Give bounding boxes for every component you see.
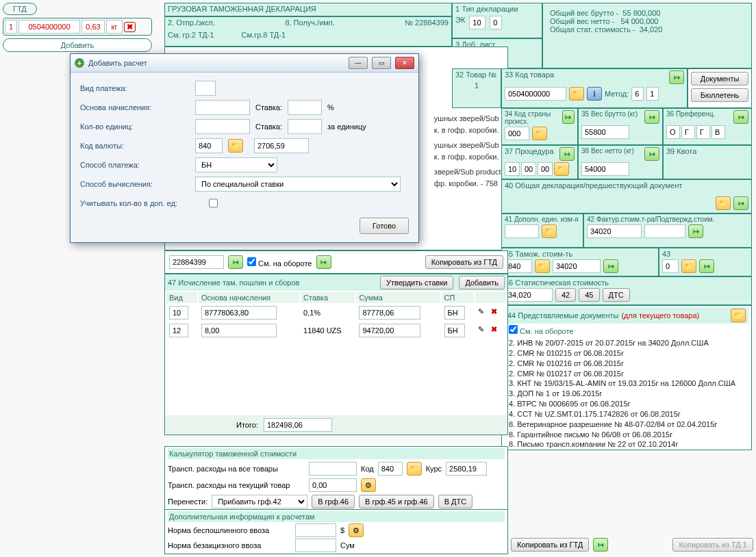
row-osn[interactable] — [201, 324, 277, 337]
b41-folder-icon[interactable]: 📁 — [542, 224, 557, 238]
bot-arrow-icon[interactable]: ↦ — [593, 538, 608, 552]
b34-v[interactable] — [505, 127, 529, 140]
b34-arrow-icon[interactable]: ↦ — [562, 110, 575, 124]
dlg-paymethod[interactable]: БН — [195, 157, 277, 172]
b40-arrow-icon[interactable]: ↦ — [733, 196, 748, 210]
b41-v[interactable] — [505, 224, 539, 238]
b36-v1[interactable] — [666, 125, 680, 139]
bot-copy-td1[interactable]: Копировать из ТД 1 — [672, 538, 753, 552]
dialog-titlebar[interactable]: + Добавить расчет — ▭ ✕ — [71, 54, 418, 73]
minimize-button[interactable]: — — [349, 57, 368, 69]
maximize-button[interactable]: ▭ — [372, 57, 391, 69]
b33-m1[interactable] — [631, 87, 644, 101]
row-sum[interactable] — [359, 306, 420, 320]
b33-info-icon[interactable]: ℹ — [587, 87, 602, 101]
dlg-rate-val[interactable] — [254, 138, 309, 153]
row-vid[interactable] — [169, 306, 188, 320]
dlg-folder-icon[interactable]: 📁 — [228, 139, 243, 153]
b43-folder-icon[interactable]: 📁 — [681, 259, 696, 273]
b44-oborot[interactable]: См. на обороте — [509, 327, 574, 335]
b33-m2[interactable] — [646, 87, 659, 101]
b42-arrow-icon[interactable]: ↦ — [688, 224, 703, 238]
dlg-rate1[interactable] — [288, 100, 322, 115]
b33-code[interactable] — [505, 87, 566, 101]
gtd-unit[interactable] — [106, 20, 123, 34]
b46-btn-dts[interactable]: ДТС — [603, 288, 630, 302]
b37-v1[interactable] — [505, 162, 520, 176]
dlg-rate2[interactable] — [288, 119, 322, 134]
dlg-dopcheck[interactable] — [209, 196, 218, 211]
calc-kod[interactable] — [378, 462, 403, 476]
gtd-tab[interactable]: ГТД — [3, 3, 37, 15]
row-vid[interactable] — [169, 324, 188, 337]
b46-btn42[interactable]: 42 — [555, 288, 576, 302]
gtd-rate[interactable] — [81, 20, 105, 34]
dlg-qty[interactable] — [195, 119, 250, 134]
b42-v2[interactable] — [644, 224, 685, 238]
mid-arrow2-icon[interactable]: ↦ — [316, 255, 331, 269]
row-sum[interactable] — [359, 324, 420, 337]
b45-folder-icon[interactable]: 📁 — [535, 259, 550, 273]
dlg-done-button[interactable]: Готово — [360, 218, 409, 234]
dlg-calcmethod[interactable]: По специальной ставки — [195, 177, 401, 192]
calc-b1[interactable]: В грф.46 — [312, 495, 355, 508]
s47-add-button[interactable]: Добавить — [459, 276, 505, 289]
dop-r2-input[interactable] — [295, 539, 336, 552]
b45-v2[interactable] — [553, 259, 601, 273]
b35-arrow-icon[interactable]: ↦ — [644, 110, 659, 124]
b1-v2[interactable] — [469, 16, 486, 29]
documents-button[interactable]: Документы — [691, 72, 748, 86]
delete-icon[interactable]: ✖ — [491, 307, 497, 315]
gtd-code[interactable] — [18, 20, 80, 34]
b40-folder-icon[interactable]: 📁 — [716, 196, 731, 210]
b35-v[interactable] — [581, 125, 629, 139]
dop-tool-icon[interactable]: ⚙ — [349, 523, 364, 537]
b38-v[interactable] — [581, 162, 629, 176]
calc-all-input[interactable] — [309, 462, 357, 476]
b45-arrow-icon[interactable]: ↦ — [603, 259, 618, 273]
edit-icon[interactable]: ✎ — [478, 307, 489, 318]
b44-folder-icon[interactable]: 📁 — [731, 309, 746, 322]
calc-b3[interactable]: В ДТС — [438, 495, 473, 508]
b1-v3[interactable] — [490, 16, 502, 29]
calc-tool-icon[interactable]: ⚙ — [361, 478, 376, 492]
b37-folder-icon[interactable]: 📁 — [554, 162, 569, 176]
b46-v[interactable] — [505, 288, 553, 302]
calc-folder-icon[interactable]: 📁 — [407, 462, 422, 476]
row-sp[interactable] — [444, 324, 465, 337]
dlg-base[interactable] — [195, 100, 250, 115]
b36-arrow-icon[interactable]: ↦ — [733, 110, 748, 124]
b46-btn45[interactable]: 45 — [579, 288, 599, 302]
b36-v2[interactable] — [681, 125, 695, 139]
bulletin-button[interactable]: Бюллетень — [691, 88, 748, 102]
dop-r1-input[interactable] — [295, 523, 336, 537]
s47-itogo[interactable] — [264, 418, 332, 432]
b37-arrow-icon[interactable]: ↦ — [559, 147, 575, 161]
dlg-paytype[interactable] — [195, 81, 216, 96]
calc-b2[interactable]: В грф.45 и грф.46 — [359, 495, 434, 508]
calc-cur-input[interactable] — [309, 478, 357, 492]
row-osn[interactable] — [201, 306, 277, 320]
gtd-add-button[interactable]: Добавить — [3, 38, 152, 52]
edit-icon[interactable]: ✎ — [478, 325, 489, 336]
dlg-currency[interactable] — [195, 138, 223, 153]
b44-oborot-check[interactable] — [509, 325, 518, 334]
b34-folder-icon[interactable]: 📁 — [532, 127, 547, 140]
b36-v4[interactable] — [711, 125, 725, 139]
mid-copy-button[interactable]: Копировать из ГТД — [425, 255, 503, 269]
b37-v3[interactable] — [538, 162, 553, 176]
b42-v[interactable] — [587, 224, 642, 238]
mid-arrow-icon[interactable]: ↦ — [228, 255, 243, 269]
b43-v[interactable] — [662, 259, 679, 273]
gtd-delete-icon[interactable]: ✖ — [124, 22, 136, 32]
calc-kurs[interactable] — [446, 462, 487, 476]
mid-oborot-check[interactable] — [247, 257, 256, 266]
b37-v2[interactable] — [521, 162, 536, 176]
calc-per-select[interactable]: Прибавить грф.42 — [212, 495, 307, 508]
mid-oborot[interactable]: См. на обороте — [247, 257, 312, 268]
b38-arrow-icon[interactable]: ↦ — [644, 147, 659, 161]
b36-v3[interactable] — [696, 125, 710, 139]
bot-copy-gtd[interactable]: Копировать из ГТД — [511, 538, 589, 552]
s47-approve-button[interactable]: Утвердить ставки — [380, 276, 453, 289]
close-button[interactable]: ✕ — [395, 57, 414, 69]
